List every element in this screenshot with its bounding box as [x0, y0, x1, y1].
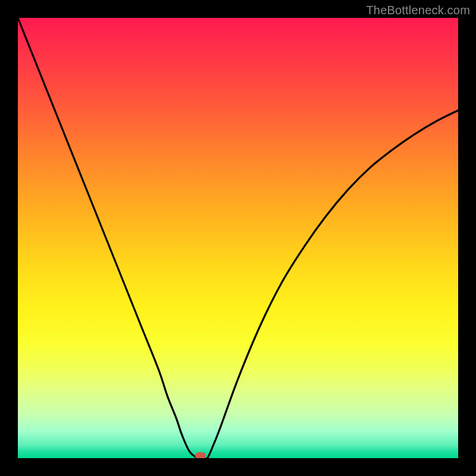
chart-frame: TheBottleneck.com [0, 0, 476, 476]
curve-layer [18, 18, 458, 458]
optimal-point-marker [195, 452, 206, 458]
bottleneck-curve [18, 18, 458, 458]
plot-area [18, 18, 458, 458]
watermark-text: TheBottleneck.com [366, 4, 470, 17]
